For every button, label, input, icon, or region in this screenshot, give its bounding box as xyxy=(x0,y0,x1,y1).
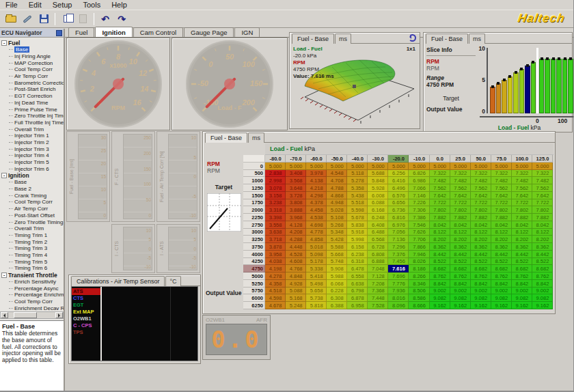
grid-cell[interactable]: 5.998 xyxy=(347,236,368,243)
grid-cell[interactable]: 7.306 xyxy=(409,206,429,214)
grid-cell[interactable]: 5.838 xyxy=(347,221,368,229)
slice-bar[interactable] xyxy=(568,59,573,113)
grid-cell[interactable]: 9.082 xyxy=(471,294,491,302)
tree-item-barometric-correction[interactable]: Barometric Correction xyxy=(0,79,64,86)
grid-cell[interactable]: 8.096 xyxy=(388,302,409,309)
grid-cell[interactable]: 4.848 xyxy=(286,272,306,280)
channel-egt[interactable]: EGT xyxy=(72,302,100,309)
grid-cell[interactable]: 4.868 xyxy=(327,192,347,199)
grid-cell[interactable]: 7.802 xyxy=(471,206,491,214)
grid-cell[interactable]: 3.888 xyxy=(286,206,306,214)
grid-cell[interactable]: 5.168 xyxy=(286,294,306,302)
grid-cell[interactable]: 9.162 xyxy=(532,302,553,309)
grid-cell[interactable]: 2.998 xyxy=(265,177,286,184)
grid-cell[interactable]: 5.000 xyxy=(430,163,450,170)
grid-cell[interactable]: 9.002 xyxy=(512,288,532,295)
tree-item-prime-pulse-time[interactable]: Prime Pulse Time xyxy=(0,106,64,113)
grid-cell[interactable]: 6.388 xyxy=(327,302,347,309)
grid-cell[interactable]: 6.488 xyxy=(368,229,388,236)
grid-cell[interactable]: 5.000 xyxy=(306,163,327,170)
grid-cell[interactable]: 5.018 xyxy=(306,243,327,251)
grid-cell[interactable]: 4.198 xyxy=(265,265,286,272)
row-header-1500[interactable]: 1500 xyxy=(243,192,265,199)
tree-root-transient-throttle[interactable]: -Transient Throttle xyxy=(0,272,64,279)
grid-cell[interactable]: 5.908 xyxy=(327,265,347,272)
grid-cell[interactable]: 8.762 xyxy=(491,272,512,280)
grid-cell[interactable]: 7.722 xyxy=(471,199,491,207)
col-header--30.0[interactable]: -30.0 xyxy=(368,155,388,163)
grid-cell[interactable]: 6.888 xyxy=(368,258,388,266)
grid-cell[interactable]: 6.228 xyxy=(327,288,347,295)
grid-cell[interactable]: 7.208 xyxy=(368,280,388,288)
tree-item-injector-trim-4[interactable]: Injector Trim 4 xyxy=(0,152,64,159)
col-header--20.0[interactable]: -20.0 xyxy=(388,155,409,163)
grid-cell[interactable]: 8.522 xyxy=(471,258,491,266)
tree-item-timing-trim-6[interactable]: Timing Trim 6 xyxy=(0,265,64,272)
grid-cell[interactable]: 7.722 xyxy=(532,199,553,207)
menu-help[interactable]: Help xyxy=(106,1,133,9)
connect-button[interactable] xyxy=(20,12,35,26)
grid-cell[interactable]: 5.678 xyxy=(347,214,368,221)
grid-cell[interactable]: 9.082 xyxy=(491,294,512,302)
undo-button[interactable]: ↶ xyxy=(98,12,113,26)
grid-cell[interactable]: 7.722 xyxy=(491,199,512,207)
open-file-button[interactable] xyxy=(3,12,18,26)
grid-cell[interactable]: 7.696 xyxy=(388,272,409,280)
grid-cell[interactable]: 3.078 xyxy=(265,184,286,192)
channel-c-cps[interactable]: C - CPS xyxy=(72,322,100,329)
grid-cell[interactable]: 5.088 xyxy=(286,288,306,295)
grid-cell[interactable]: 5.178 xyxy=(306,258,327,266)
grid-cell[interactable]: 6.308 xyxy=(327,294,347,302)
row-header-4250[interactable]: 4250 xyxy=(243,258,265,266)
grid-cell[interactable]: 8.586 xyxy=(409,294,429,302)
grid-cell[interactable]: 8.842 xyxy=(450,280,471,288)
grid-cell[interactable]: 7.866 xyxy=(409,243,429,251)
grid-cell[interactable]: 5.358 xyxy=(347,184,368,192)
slice-bar[interactable] xyxy=(531,62,536,113)
col-header-0.0[interactable]: 0.0 xyxy=(430,155,450,163)
grid-cell[interactable]: 9.002 xyxy=(491,288,512,295)
grid-cell[interactable]: 7.642 xyxy=(532,192,553,199)
grid-cell[interactable]: 8.202 xyxy=(430,236,450,243)
grid-cell[interactable]: 8.762 xyxy=(471,272,491,280)
grid-cell[interactable]: 7.456 xyxy=(388,258,409,266)
tab-fuel[interactable]: Fuel xyxy=(68,27,94,37)
grid-cell[interactable]: 3.718 xyxy=(265,236,286,243)
copy-button[interactable] xyxy=(59,12,74,26)
grid-cell[interactable]: 6.238 xyxy=(347,251,368,258)
grid-cell[interactable]: 4.138 xyxy=(306,177,327,184)
tree-item-enrichment-decay-rat[interactable]: Enrichment Decay Rat xyxy=(0,305,64,310)
tree-item-cool-temp-corr[interactable]: Cool Temp Corr xyxy=(0,66,64,73)
grid-cell[interactable]: 8.362 xyxy=(430,243,450,251)
grid-cell[interactable]: 6.798 xyxy=(347,288,368,295)
grid-cell[interactable]: 3.808 xyxy=(286,199,306,207)
row-header-4750[interactable]: 4750 xyxy=(243,265,265,272)
grid-cell[interactable]: 8.362 xyxy=(450,243,471,251)
tree-item-base[interactable]: Base xyxy=(0,179,64,186)
tree-item-post-start-enrich[interactable]: Post-Start Enrich xyxy=(0,86,64,93)
grid-cell[interactable]: 5.338 xyxy=(306,265,327,272)
tree-item-inj-firing-angle[interactable]: Inj Firing Angle xyxy=(0,53,64,60)
tree-item-injector-trim-3[interactable]: Injector Trim 3 xyxy=(0,145,64,152)
tree-item-cool-temp-corr[interactable]: Cool Temp Corr xyxy=(0,199,64,206)
grid-cell[interactable]: 8.362 xyxy=(471,243,491,251)
grid-cell[interactable]: 6.496 xyxy=(388,184,409,192)
grid-cell[interactable]: 5.000 xyxy=(347,163,368,170)
grid-cell[interactable]: 7.322 xyxy=(430,170,450,178)
grid-cell[interactable]: 8.266 xyxy=(409,272,429,280)
grid-cell[interactable]: 7.802 xyxy=(532,206,553,214)
row-header-2250[interactable]: 2250 xyxy=(243,214,265,221)
grid-cell[interactable]: 9.162 xyxy=(471,302,491,309)
grid-cell[interactable]: 7.802 xyxy=(430,206,450,214)
grid-cell[interactable]: 8.522 xyxy=(450,258,471,266)
grid-cell[interactable]: 6.008 xyxy=(368,192,388,199)
tree-item-injector-trim-5[interactable]: Injector Trim 5 xyxy=(0,159,64,166)
grid-cell[interactable]: 6.986 xyxy=(409,177,429,184)
scroll-left-button[interactable] xyxy=(1,312,8,318)
grid-cell[interactable]: 8.026 xyxy=(409,258,429,266)
grid-cell[interactable]: 6.826 xyxy=(409,170,429,178)
grid-cell[interactable]: 3.558 xyxy=(265,221,286,229)
map3d-tab[interactable]: Fuel - Base xyxy=(292,33,334,44)
grid-cell[interactable]: 6.736 xyxy=(388,206,409,214)
grid-cell[interactable]: 5.000 xyxy=(388,163,409,170)
